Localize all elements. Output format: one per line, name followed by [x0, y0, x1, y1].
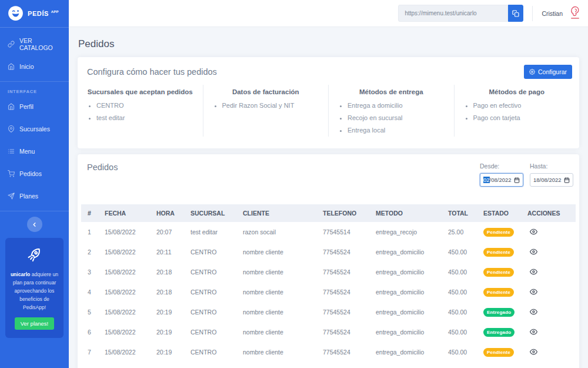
status-badge: Entregado	[483, 328, 514, 337]
sidebar-item-label: Sucursales	[19, 125, 50, 132]
cell-cliente: nombre cliente	[236, 362, 316, 368]
orders-table-body: 115/08/202220:07test editarrazon socail7…	[81, 222, 576, 368]
cell-metodo: entrega_domicilio	[369, 362, 442, 368]
sidebar-item-pedidos[interactable]: Pedidos	[0, 163, 69, 185]
cell-fecha: 15/08/2022	[98, 282, 150, 302]
sidebar-item-label: VER CATALOGO	[19, 37, 61, 51]
cell-acciones	[521, 242, 576, 262]
sidebar-item-sucursales[interactable]: Sucursales	[0, 118, 69, 140]
status-badge: Pendiente	[483, 228, 514, 237]
sidebar-item-inicio[interactable]: Inicio	[0, 55, 69, 78]
main-content: Pedidos Configura cómo hacer tus pedidos…	[69, 27, 588, 368]
cell-cliente: nombre cliente	[236, 342, 316, 362]
config-item: test editar	[96, 112, 193, 124]
cell-sucursal: CENTRO	[184, 362, 236, 368]
cell-estado: Pendiente	[477, 342, 521, 362]
cell-telefono: 77545524	[316, 362, 369, 368]
view-order-button[interactable]	[530, 268, 537, 276]
cell-fecha: 15/08/2022	[98, 222, 150, 242]
date-to-input[interactable]: 18/08/2022	[530, 173, 573, 187]
cell-metodo: entrega_domicilio	[369, 322, 442, 342]
table-row: 615/08/202220:19CENTROnombre cliente7754…	[81, 322, 576, 342]
view-order-button[interactable]	[530, 288, 537, 296]
orders-card: Pedidos Desde: 02/08/2022 Hasta: 18/08/2…	[78, 154, 579, 368]
brand-logo[interactable]: PEDÍS APP	[0, 0, 69, 28]
cell-sucursal: test editar	[184, 222, 236, 242]
cell-total: 450.00	[442, 302, 477, 322]
cell-sucursal: CENTRO	[184, 242, 236, 262]
config-item: Pago en efectivo	[473, 100, 570, 112]
cell-hora: 20:19	[150, 362, 184, 368]
copy-icon	[512, 10, 519, 17]
cell-acciones	[521, 222, 576, 242]
cell-estado: Pendiente	[477, 262, 521, 282]
cell-telefono: 77545524	[316, 302, 369, 322]
view-order-button[interactable]	[530, 348, 537, 356]
map-pin-icon	[8, 125, 15, 132]
cell-telefono: 77545524	[316, 262, 369, 282]
sidebar-item-ver-catalogo[interactable]: VER CATALOGO	[0, 33, 69, 55]
sidebar-item-label: Menu	[19, 148, 35, 155]
config-item: Pago con tarjeta	[473, 112, 570, 124]
avatar-logo-icon	[569, 5, 581, 17]
gear-icon	[529, 69, 535, 75]
cell-sucursal: CENTRO	[184, 322, 236, 342]
cell-total: 450.00	[442, 322, 477, 342]
config-col-title: Métodos de pago	[464, 88, 570, 95]
topbar-divider	[532, 6, 533, 21]
config-col-title: Métodos de entrega	[338, 88, 445, 95]
cell-acciones	[521, 302, 576, 322]
cell-telefono: 77545524	[316, 282, 369, 302]
config-col-pago: Métodos de pago Pago en efectivo Pago co…	[454, 85, 580, 137]
cell-hora: 20:07	[150, 222, 184, 242]
column-header: ESTADO	[477, 204, 521, 222]
avatar-caption	[571, 18, 579, 19]
cell-fecha: 15/08/2022	[98, 302, 150, 322]
user-name[interactable]: Cristian	[542, 10, 563, 17]
cell-estado: Pendiente	[477, 362, 521, 368]
user-avatar[interactable]	[568, 5, 582, 22]
view-order-button[interactable]	[530, 248, 537, 256]
date-from-input[interactable]: 02/08/2022	[480, 173, 523, 187]
configurar-button[interactable]: Configurar	[524, 65, 572, 79]
sidebar-item-planes[interactable]: Planes	[0, 185, 69, 207]
cell-fecha: 15/08/2022	[98, 242, 150, 262]
config-item: Pedir Razon Social y NIT	[222, 100, 319, 112]
sidebar-item-label: Perfil	[19, 103, 34, 110]
smiley-logo-icon	[8, 5, 24, 21]
view-order-button[interactable]	[530, 308, 537, 316]
status-badge: Entregado	[483, 308, 514, 317]
sidebar-item-label: Pedidos	[19, 170, 42, 177]
eye-icon	[530, 288, 537, 296]
cell-hora: 20:11	[150, 242, 184, 262]
ver-planes-button[interactable]: Ver planes!	[15, 317, 55, 330]
catalog-url-input[interactable]	[398, 5, 508, 22]
table-header-row: #FECHAHORASUCURSALCLIENTETELEFONOMETODOT…	[81, 204, 576, 222]
cell-metodo: entrega_domicilio	[369, 342, 442, 362]
config-item: Entrega local	[348, 124, 445, 137]
cell-acciones	[521, 362, 576, 368]
cell-total: 450.00	[442, 342, 477, 362]
cell-fecha: 15/08/2022	[98, 262, 150, 282]
view-order-button[interactable]	[530, 328, 537, 336]
column-header: METODO	[369, 204, 442, 222]
cell-num: 3	[81, 262, 98, 282]
copy-url-button[interactable]	[508, 5, 523, 22]
cell-metodo: entrega_domicilio	[369, 262, 442, 282]
cell-fecha: 15/08/2022	[98, 362, 150, 368]
cell-num: 7	[81, 342, 98, 362]
cell-cliente: nombre cliente	[236, 262, 316, 282]
sidebar-collapse-button[interactable]	[27, 217, 42, 232]
config-col-facturacion: Datos de facturación Pedir Razon Social …	[203, 85, 329, 137]
cell-num: 2	[81, 242, 98, 262]
cell-num: 8	[81, 362, 98, 368]
eye-icon	[530, 348, 537, 356]
eye-icon	[530, 268, 537, 276]
cell-sucursal: CENTRO	[184, 302, 236, 322]
sidebar-divider	[0, 211, 69, 211]
sidebar-item-menu[interactable]: Menu	[0, 140, 69, 163]
sidebar-item-perfil[interactable]: Perfil	[0, 95, 69, 118]
sidebar-item-label: Planes	[19, 193, 38, 200]
config-col-title: Sucursales que aceptan pedidos	[87, 88, 193, 95]
view-order-button[interactable]	[530, 228, 537, 236]
